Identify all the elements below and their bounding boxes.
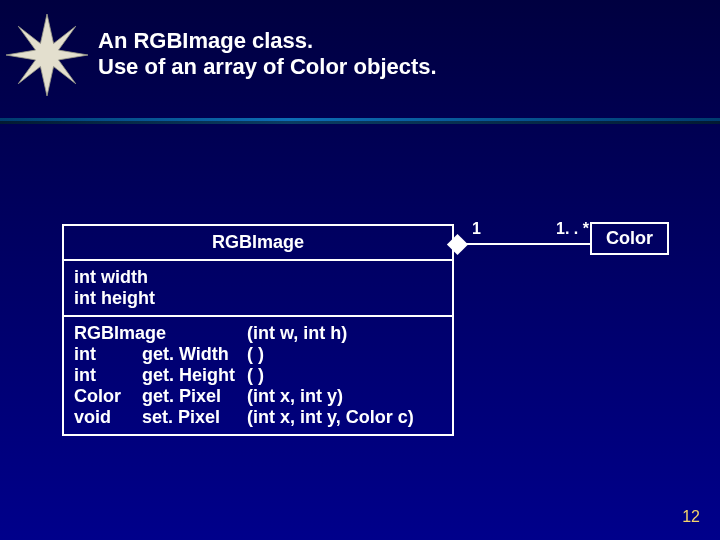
svg-marker-0 xyxy=(6,14,88,96)
uml-method: int get. Width ( ) xyxy=(74,344,442,365)
uml-attribute: int width xyxy=(74,267,442,288)
uml-method: Color get. Pixel (int x, int y) xyxy=(74,386,442,407)
uml-class-color: Color xyxy=(590,222,669,255)
star-bullet-icon xyxy=(6,14,88,96)
uml-attribute: int height xyxy=(74,288,442,309)
uml-class-rgbimage: RGBImage int width int height RGBImage (… xyxy=(62,224,454,436)
uml-method: void set. Pixel (int x, int y, Color c) xyxy=(74,407,442,428)
divider xyxy=(0,118,720,124)
uml-attributes: int width int height xyxy=(64,259,452,315)
multiplicity-left: 1 xyxy=(472,220,481,238)
uml-method: RGBImage (int w, int h) xyxy=(74,323,442,344)
association-line xyxy=(462,243,592,245)
uml-class-name: RGBImage xyxy=(64,226,452,259)
title-line-1: An RGBImage class. xyxy=(98,28,313,53)
slide-title: An RGBImage class. Use of an array of Co… xyxy=(98,28,437,81)
page-number: 12 xyxy=(682,508,700,526)
slide: An RGBImage class. Use of an array of Co… xyxy=(0,0,720,540)
uml-method: int get. Height ( ) xyxy=(74,365,442,386)
multiplicity-right: 1. . * xyxy=(556,220,589,238)
title-line-2: Use of an array of Color objects. xyxy=(98,54,437,79)
uml-methods: RGBImage (int w, int h) int get. Width (… xyxy=(64,315,452,434)
